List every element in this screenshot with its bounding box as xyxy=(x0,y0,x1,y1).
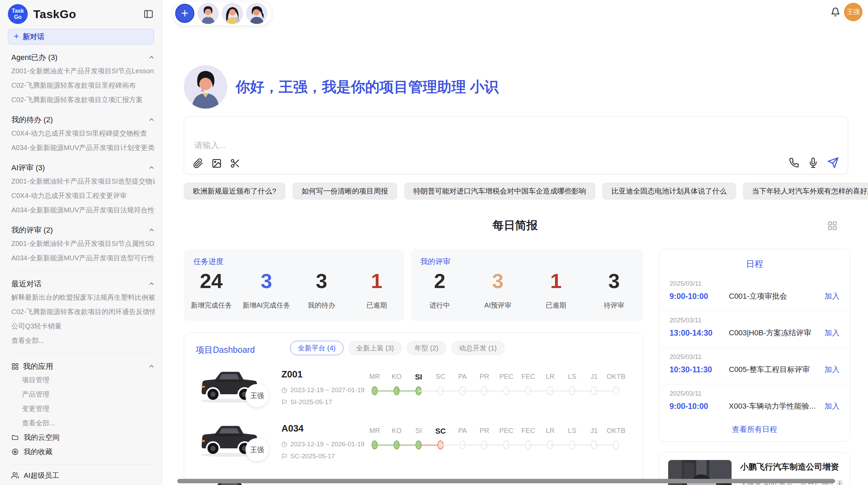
owner-badge: 王强 xyxy=(245,438,269,461)
chevron-up-icon xyxy=(148,164,155,171)
suggestion-chip[interactable]: 当下年轻人对汽车外观有怎样的喜好趋势 xyxy=(743,183,868,200)
schedule-card: 日程 2025/03/11 9:00-10:00 C001-立项审批会 加入 2… xyxy=(659,249,850,442)
task-item[interactable]: A034-全新新能源MUV产品开发项目计划变更类编写 xyxy=(11,140,155,155)
schedule-date: 2025/03/11 xyxy=(670,280,840,287)
project-row[interactable]: 王强Z0012023-12-19 ~ 2027-01-19SI-2025-05-… xyxy=(184,365,643,419)
recent-chat-item[interactable]: 解释最新出台的欧盟报废车法规再生塑料比例被调至15%... xyxy=(11,290,155,304)
milestone-label: PA xyxy=(451,427,473,436)
send-icon[interactable] xyxy=(827,157,839,169)
view-all-schedule-link[interactable]: 查看所有日程 xyxy=(659,424,850,435)
task-section-ai-review: AI评审 (3) Z001-全新燃油轻卡产品开发项目SI造型提交物评审C0X4-… xyxy=(11,162,155,217)
task-item[interactable]: Z001-全新燃油皮卡产品开发项目SI节点Lesson Learn报告 xyxy=(11,64,155,78)
section-header[interactable]: 我的待办 (2) xyxy=(11,114,155,126)
sidebar-item-writing-helper[interactable]: 帮我写作 xyxy=(11,483,155,485)
project-row[interactable]: 王强A0342023-12-19 ~ 2026-01-19SC-2025-05-… xyxy=(184,419,643,473)
assistant-avatar-3[interactable] xyxy=(246,3,267,24)
recent-chats-section: 最近对话 解释最新出台的欧盟报废车法规再生塑料比例被调至15%...C02-飞腾… xyxy=(11,278,155,348)
task-item[interactable]: A034-全新新能源MUV产品开发项目造型可行性评审 xyxy=(11,251,155,265)
recent-chat-item[interactable]: 公司Q3轻卡销量 xyxy=(11,319,155,333)
schedule-row: 13:00-14:30 C003|H0B-方案冻结评审 加入 xyxy=(670,328,840,338)
app-title: TaskGo xyxy=(33,8,143,21)
milestone-label: PEC xyxy=(495,427,517,436)
join-link[interactable]: 加入 xyxy=(824,328,840,338)
schedule-item: 2025/03/11 9:00-10:00 C001-立项审批会 加入 xyxy=(659,274,850,311)
milestone-label: PR xyxy=(473,373,495,382)
task-section-my-review: 我的评审 (2) Z001-全新燃油轻卡产品开发项目SI节点属性5D文件评审A0… xyxy=(11,224,155,265)
stat-label: 已逾期 xyxy=(527,301,585,310)
flag-icon xyxy=(281,399,287,405)
horizontal-scrollbar-thumb[interactable] xyxy=(177,479,835,483)
sidebar-item-ai-employee[interactable]: AI超级员工 xyxy=(11,468,155,483)
assistant-avatar-2[interactable] xyxy=(222,3,243,24)
collapse-sidebar-icon[interactable] xyxy=(143,9,154,19)
stat: 3 AI预评审 xyxy=(469,271,527,310)
stat-label: 新增AI完成任务 xyxy=(239,301,294,310)
layout-grid-icon[interactable] xyxy=(827,221,837,231)
task-item[interactable]: Z001-全新燃油轻卡产品开发项目SI造型提交物评审 xyxy=(11,174,155,188)
milestone-label: SI xyxy=(408,427,430,436)
stat: 2 进行中 xyxy=(411,271,469,310)
chevron-up-icon xyxy=(148,54,155,61)
milestone-label: LS xyxy=(561,427,583,436)
section-header[interactable]: AI评审 (3) xyxy=(11,162,155,174)
notifications-bell-icon[interactable] xyxy=(831,7,840,17)
milestone-label: LS xyxy=(561,373,583,382)
milestone-label: SI xyxy=(408,373,430,382)
task-item[interactable]: C02-飞腾新能源轻客改款项目立项汇报方案 xyxy=(11,92,155,107)
main-content: + xyxy=(162,0,868,485)
dashboard-tab[interactable]: 全新平台 (4) xyxy=(290,341,343,355)
join-link[interactable]: 加入 xyxy=(824,291,840,301)
chevron-up-icon xyxy=(148,227,155,234)
suggestion-chip[interactable]: 如何写一份清晰的项目周报 xyxy=(292,183,397,200)
task-item[interactable]: C0X4-动力总成开发项目SI里程碑提交物检查 xyxy=(11,126,155,140)
recent-chats-header[interactable]: 最近对话 xyxy=(11,278,155,290)
task-item[interactable]: A034-全新新能源MUV产品开发项目法规符合性评审 xyxy=(11,203,155,217)
schedule-event-title: C001-立项审批会 xyxy=(720,291,824,301)
logo-line2: Go xyxy=(14,14,22,20)
task-item[interactable]: C0X4-动力总成开发项目工程变更评审 xyxy=(11,188,155,203)
schedule-list: 2025/03/11 9:00-10:00 C001-立项审批会 加入 2025… xyxy=(659,274,850,421)
dashboard-tabs: 全新平台 (4) 全新上装 (3) 年型 (2) 动总开发 (1) xyxy=(290,341,505,355)
assistant-avatar-1[interactable] xyxy=(197,3,219,24)
app-item[interactable]: 项目管理 xyxy=(11,373,155,387)
microphone-icon[interactable] xyxy=(808,158,818,168)
task-item[interactable]: C02-飞腾新能源轻客改款项目里程碑画布 xyxy=(11,78,155,92)
chat-input[interactable]: 请输入... xyxy=(184,116,848,174)
task-item[interactable]: Z001-全新燃油轻卡产品开发项目SI节点属性5D文件评审 xyxy=(11,236,155,251)
project-name: Z001 xyxy=(281,369,303,380)
milestone-label: LR xyxy=(539,427,561,436)
suggestion-chip[interactable]: 欧洲新规最近颁布了什么? xyxy=(184,183,286,200)
star-badge-icon xyxy=(11,448,19,456)
recent-chat-item[interactable]: 查看全部... xyxy=(11,333,155,348)
scissors-icon[interactable] xyxy=(230,158,240,169)
paperclip-icon[interactable] xyxy=(193,158,203,169)
user-avatar[interactable]: 王强 xyxy=(844,3,863,21)
suggestion-chip[interactable]: 特朗普可能对进口汽车增税会对中国车企造成哪些影响 xyxy=(404,183,595,200)
dashboard-tab[interactable]: 年型 (2) xyxy=(407,341,446,355)
my-apps-header[interactable]: 我的应用 xyxy=(11,360,155,373)
add-assistant-button[interactable]: + xyxy=(175,4,194,23)
app-item[interactable]: 变更管理 xyxy=(11,401,155,416)
app-item[interactable]: 查看全部... xyxy=(11,416,155,430)
new-chat-button[interactable]: + 新对话 xyxy=(8,29,154,45)
sidebar-item-favorites[interactable]: 我的收藏 xyxy=(11,445,155,459)
sidebar-item-cloud-space[interactable]: 我的云空间 xyxy=(11,430,155,445)
join-link[interactable]: 加入 xyxy=(824,401,840,411)
join-link[interactable]: 加入 xyxy=(824,364,840,375)
folder-icon xyxy=(11,434,19,441)
stat-label: 进行中 xyxy=(411,301,469,310)
section-header[interactable]: 我的评审 (2) xyxy=(11,224,155,236)
suggestion-chip[interactable]: 比亚迪全固态电池计划具体说了什么 xyxy=(602,183,736,200)
task-section-agent-done: Agent已办 (3) Z001-全新燃油皮卡产品开发项目SI节点Lesson … xyxy=(11,51,155,107)
dashboard-tab[interactable]: 动总开发 (1) xyxy=(451,341,505,355)
section-header[interactable]: Agent已办 (3) xyxy=(11,51,155,64)
section-item-list: C0X4-动力总成开发项目SI里程碑提交物检查A034-全新新能源MUV产品开发… xyxy=(11,126,155,155)
stat-value: 3 xyxy=(239,271,294,291)
phone-icon[interactable] xyxy=(789,158,799,168)
dashboard-tab[interactable]: 全新上装 (3) xyxy=(348,341,402,355)
sidebar: Task Go TaskGo + 新对话 Agent已办 (3) Z001-全新… xyxy=(0,0,162,485)
divider xyxy=(11,464,155,465)
image-icon[interactable] xyxy=(212,158,222,169)
app-item[interactable]: 产品管理 xyxy=(11,387,155,401)
recent-chat-item[interactable]: C02-飞腾新能源轻客改款项目的闭环通告反馈情况 xyxy=(11,304,155,319)
